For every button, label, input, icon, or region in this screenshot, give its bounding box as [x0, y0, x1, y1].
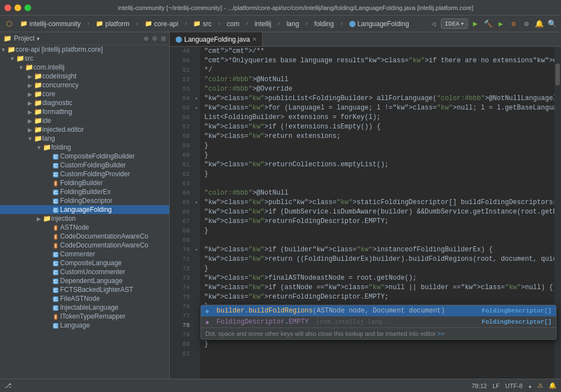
- tree-icon-16: C: [51, 188, 60, 196]
- nav-intellij-community[interactable]: 📁 intellij-community: [17, 19, 83, 29]
- tree-item-0[interactable]: ▼📁 core-api [intellij.platform.core]: [0, 45, 169, 54]
- tree-label-26: DependentLanguage: [60, 277, 122, 285]
- tree-icon-19: 📁: [42, 215, 51, 222]
- tree-label-5: core: [42, 90, 55, 98]
- tab-close-button[interactable]: ✕: [252, 36, 257, 42]
- tree-item-9[interactable]: ▶📁 injected.editor: [0, 125, 169, 134]
- tree-item-7[interactable]: ▶📁 formatting: [0, 107, 169, 116]
- fold-marker-65[interactable]: ▾: [193, 198, 200, 207]
- back-icon[interactable]: ◁: [428, 18, 439, 29]
- ac-item-0[interactable]: ◆ builder.buildFoldRegions(ASTNode node,…: [201, 305, 556, 316]
- fold-marker-54[interactable]: ▾: [193, 94, 200, 103]
- tree-item-18[interactable]: C LanguageFolding: [0, 205, 169, 214]
- tree-item-1[interactable]: ▼📁 src: [0, 54, 169, 63]
- tree-item-24[interactable]: C CompositeLanguage: [0, 259, 169, 267]
- notifications-icon[interactable]: 🔔: [534, 18, 545, 29]
- status-linesep[interactable]: LF: [493, 383, 500, 389]
- nav-lang[interactable]: lang: [284, 19, 302, 29]
- tree-item-15[interactable]: I FoldingBuilder: [0, 178, 169, 187]
- maximize-button[interactable]: [24, 4, 31, 11]
- tree-label-1: src: [24, 54, 33, 62]
- tree-item-16[interactable]: C FoldingBuilderEx: [0, 187, 169, 196]
- idea-button[interactable]: IDEA ▾: [441, 18, 468, 29]
- ac-hint-arrow[interactable]: >>: [437, 330, 445, 337]
- line-num-55: 55: [170, 103, 190, 113]
- tree-item-6[interactable]: ▶📁 diagnostic: [0, 98, 169, 107]
- settings-icon[interactable]: ⚙: [521, 18, 532, 29]
- sidebar-gear-icon[interactable]: ⊞: [161, 35, 166, 42]
- status-position[interactable]: 78:12: [471, 383, 487, 389]
- nav-languagefolding[interactable]: ⬤ LanguageFolding: [346, 19, 412, 29]
- tree-icon-23: C: [51, 250, 60, 258]
- fold-marker-57: [193, 122, 200, 132]
- status-git[interactable]: ⎇: [4, 382, 12, 389]
- git-icon: ⎇: [4, 382, 12, 389]
- profile-icon[interactable]: ⚙: [508, 18, 519, 29]
- fold-marker-75: [193, 292, 200, 302]
- code-line-59: }: [204, 141, 554, 151]
- tree-item-28[interactable]: C FileASTNode: [0, 294, 169, 303]
- minimize-button[interactable]: [14, 4, 21, 11]
- tree-item-30[interactable]: I ITokenTypeRemapper: [0, 312, 169, 321]
- nav-core-api[interactable]: 📁 core-api: [142, 19, 181, 29]
- locate-icon[interactable]: ⊕: [144, 35, 149, 42]
- code-line-61: "kw">class="kw">return Collections.empty…: [204, 160, 554, 170]
- close-button[interactable]: [4, 4, 11, 11]
- tree-item-26[interactable]: C DependentLanguage: [0, 276, 169, 285]
- status-warning-icon[interactable]: ⚠: [538, 382, 543, 389]
- tree-item-22[interactable]: I CodeDocumentationAwareCo: [0, 241, 169, 250]
- tree-item-21[interactable]: I CodeDocumentationAwareCo: [0, 232, 169, 241]
- tree-item-5[interactable]: ▶📁 core: [0, 90, 169, 98]
- search-everywhere-icon[interactable]: 🔍: [547, 18, 558, 29]
- tree-item-17[interactable]: C FoldingDescriptor: [0, 196, 169, 205]
- tree-item-25[interactable]: C CustomUncommenter: [0, 267, 169, 276]
- code-line-50: "cmt">* Only queries base language resul…: [204, 56, 554, 66]
- tree-icon-26: C: [51, 277, 60, 285]
- tree-item-3[interactable]: ▶📁 codeInsight: [0, 72, 169, 81]
- nav-platform[interactable]: 📁 platform: [93, 19, 132, 29]
- code-line-49: "cmt">"cmt">/**: [204, 47, 554, 56]
- status-encoding[interactable]: UTF-8: [505, 383, 523, 389]
- tree-label-15: FoldingBuilder: [60, 179, 103, 187]
- tree-item-10[interactable]: ▼📁 lang: [0, 134, 169, 143]
- tree-item-2[interactable]: ▼📁 com.intellij: [0, 63, 169, 72]
- build-icon[interactable]: 🔨: [483, 18, 494, 29]
- fold-marker-55[interactable]: ▾: [193, 103, 200, 113]
- line-num-76: 76: [170, 302, 190, 311]
- tree-item-27[interactable]: C FCTSBackedLighterAST: [0, 285, 169, 294]
- tree-item-31[interactable]: C Language: [0, 321, 169, 330]
- tree-item-19[interactable]: ▶📁 injection: [0, 214, 169, 223]
- nav-com[interactable]: com: [224, 19, 243, 29]
- status-indent: ⬥: [528, 383, 532, 389]
- fold-marker-60: [193, 151, 200, 160]
- fold-marker-70[interactable]: ▾: [193, 245, 200, 255]
- tree-label-16: FoldingBuilderEx: [60, 188, 111, 196]
- fold-marker-64: [193, 188, 200, 198]
- tree-item-29[interactable]: C InjectableLanguage: [0, 303, 169, 312]
- status-notification-icon[interactable]: 🔔: [549, 382, 557, 389]
- nav-intellij[interactable]: intellij: [252, 19, 274, 29]
- tree-label-30: ITokenTypeRemapper: [60, 312, 125, 320]
- code-line-66: "kw">class="kw">if (DumbService.isDumbAw…: [204, 207, 554, 217]
- tree-arrow-5: ▶: [27, 91, 33, 97]
- tree-item-13[interactable]: C CustomFoldingBuilder: [0, 161, 169, 170]
- run-button[interactable]: ▶: [470, 18, 481, 29]
- nav-sep-6: ›: [277, 20, 280, 28]
- nav-sep-2: ›: [135, 20, 139, 28]
- nav-src[interactable]: 📁 src: [190, 19, 214, 29]
- nav-folding[interactable]: folding: [312, 19, 337, 29]
- sidebar-config-icon[interactable]: ⚙: [152, 35, 158, 42]
- tree-icon-7: 📁: [33, 108, 42, 116]
- nav-project-icon[interactable]: ⬡: [3, 18, 15, 29]
- autocomplete-popup[interactable]: ◆ builder.buildFoldRegions(ASTNode node,…: [200, 305, 557, 340]
- ac-item-1[interactable]: ◆ FoldingDescriptor.EMPTY (com.intellij.…: [201, 316, 556, 328]
- tree-item-20[interactable]: I ASTNode: [0, 223, 169, 232]
- coverage-icon[interactable]: ▶: [495, 18, 506, 29]
- tab-languagefolding[interactable]: ⬤ LanguageFolding.java ✕: [170, 32, 263, 46]
- tree-item-4[interactable]: ▶📁 concurrency: [0, 81, 169, 90]
- tree-item-8[interactable]: ▶📁 ide: [0, 116, 169, 125]
- tree-item-23[interactable]: C Commenter: [0, 250, 169, 259]
- tree-item-14[interactable]: C CustomFoldingProvider: [0, 170, 169, 178]
- tree-item-11[interactable]: ▼📁 folding: [0, 143, 169, 152]
- tree-item-12[interactable]: C CompositeFoldingBuilder: [0, 152, 169, 161]
